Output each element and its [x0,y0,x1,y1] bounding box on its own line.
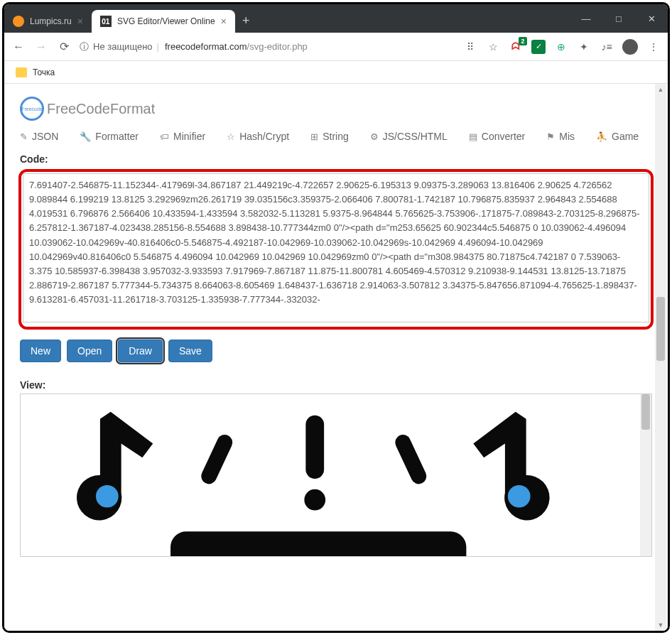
preview-scrollbar[interactable] [640,394,651,556]
star-icon: ☆ [227,131,235,142]
url-path: /svg-editor.php [247,41,308,52]
site-logo[interactable]: Freecode [20,97,44,121]
code-textarea[interactable] [23,173,649,322]
menu-game[interactable]: ⛹Game [596,131,639,142]
person-icon: ⛹ [596,131,607,142]
extension-adblock-icon[interactable]: ᗣ [509,40,523,54]
profile-avatar[interactable] [622,39,638,55]
window-titlebar: Lumpics.ru × 01 SVG Editor/Viewer Online… [4,4,668,33]
tab-favicon: 01 [100,16,112,27]
scroll-thumb[interactable] [656,297,665,361]
security-info-icon: ⓘ [80,40,89,53]
tab-close-icon[interactable]: × [221,16,227,27]
code-highlight-box [18,169,654,330]
open-button[interactable]: Open [67,340,112,362]
scroll-down-arrow[interactable]: ▼ [655,619,666,631]
svg-output [21,394,651,556]
wrench-icon: 🔧 [80,131,91,142]
back-button[interactable]: ← [11,40,26,53]
new-button[interactable]: New [20,340,61,362]
translate-icon[interactable]: ⠿ [463,40,477,54]
code-label: Code: [4,149,668,168]
menu-icon[interactable]: ⋮ [646,40,661,54]
page-content: Freecode FreeCodeFormat ✎JSON 🔧Formatter… [4,84,668,631]
menu-mis[interactable]: ⚑Mis [546,131,575,142]
reload-button[interactable]: ⟳ [57,40,71,53]
browser-tab-2[interactable]: 01 SVG Editor/Viewer Online × [92,10,235,33]
tab-close-icon[interactable]: × [77,16,83,27]
page-scrollbar[interactable]: ▲ ▼ [655,84,666,631]
new-tab-button[interactable]: + [235,13,257,28]
gear-icon: ⚙ [370,131,379,142]
url-domain: freecodeformat.com [165,41,247,52]
security-label: Не защищено [93,41,153,52]
site-title[interactable]: FreeCodeFormat [47,101,155,117]
tab-title: Lumpics.ru [30,16,72,26]
svg-rect-4 [305,416,324,479]
svg-rect-3 [393,432,429,487]
menu-formatter[interactable]: 🔧Formatter [80,131,139,142]
svg-point-1 [508,485,531,508]
svg-preview [20,394,652,557]
pencil-icon: ✎ [20,131,28,142]
grid-icon: ⊞ [310,131,318,142]
menu-minifier[interactable]: 🏷Minifier [160,131,205,142]
extension-check-icon[interactable]: ✓ [531,40,546,54]
separator: | [157,41,159,52]
extension-globe-icon[interactable]: ⊕ [554,40,568,54]
main-menu: ✎JSON 🔧Formatter 🏷Minifier ☆Hash/Crypt ⊞… [4,128,668,149]
save-button[interactable]: Save [168,340,212,362]
url-box[interactable]: ⓘ Не защищено | freecodeformat.com/svg-e… [80,40,455,53]
menu-jscss[interactable]: ⚙JS/CSS/HTML [370,131,448,142]
extension-music-icon[interactable]: ♪≡ [600,40,614,54]
menu-hash[interactable]: ☆Hash/Crypt [227,131,289,142]
svg-rect-2 [199,432,235,487]
forward-button[interactable]: → [34,40,48,53]
menu-converter[interactable]: ▤Converter [469,131,525,142]
address-bar: ← → ⟳ ⓘ Не защищено | freecodeformat.com… [4,33,668,61]
flag-icon: ⚑ [546,131,555,142]
view-label: View: [4,375,668,394]
svg-rect-6 [170,531,466,556]
svg-point-5 [304,489,325,511]
bookmark-star-icon[interactable]: ☆ [486,40,500,54]
document-icon: ▤ [469,131,477,142]
close-window-button[interactable]: ✕ [635,4,668,33]
maximize-button[interactable]: □ [602,4,635,33]
bookmark-item[interactable]: Точка [33,67,55,77]
scroll-up-arrow[interactable]: ▲ [655,84,666,95]
bookmarks-bar: Точка [4,61,668,84]
browser-tab-1[interactable]: Lumpics.ru × [4,10,92,33]
menu-string[interactable]: ⊞String [310,131,349,142]
extensions-icon[interactable]: ✦ [577,40,591,54]
svg-point-0 [96,485,119,508]
menu-json[interactable]: ✎JSON [20,131,58,142]
minimize-button[interactable]: — [570,4,602,33]
folder-icon [16,67,27,77]
draw-button[interactable]: Draw [118,340,163,362]
tag-icon: 🏷 [160,131,169,142]
tab-title: SVG Editor/Viewer Online [117,16,215,26]
tab-favicon [13,16,24,27]
